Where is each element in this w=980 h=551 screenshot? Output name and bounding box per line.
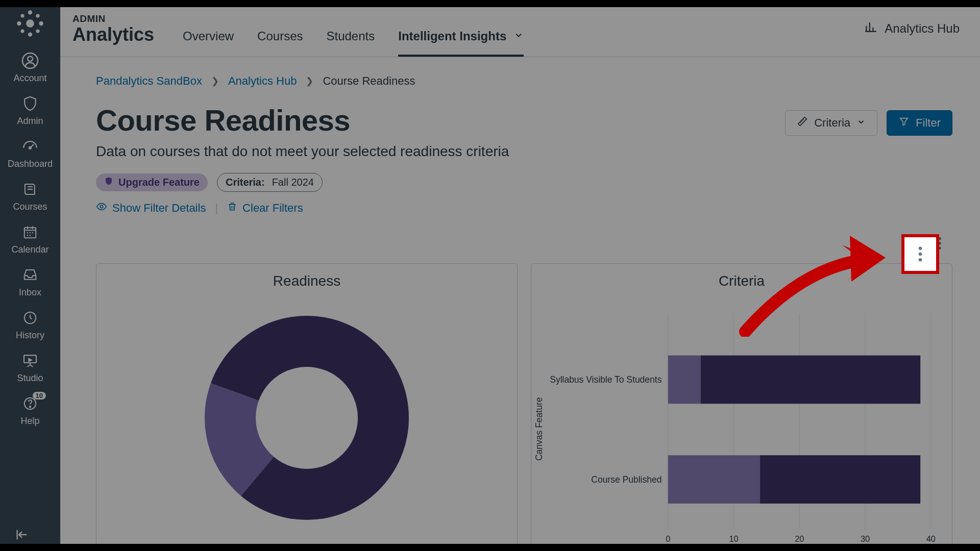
- ruler-icon: [797, 116, 808, 130]
- nav-dashboard[interactable]: Dashboard: [0, 138, 60, 168]
- svg-text:20: 20: [795, 534, 804, 543]
- nav-calendar[interactable]: Calendar: [0, 223, 60, 254]
- main-region: ADMIN Analytics Overview Courses Student…: [60, 0, 980, 551]
- svg-point-7: [20, 29, 24, 33]
- svg-text:40: 40: [926, 534, 936, 543]
- svg-text:10: 10: [729, 534, 738, 543]
- readiness-chart-card: Readiness: [96, 263, 518, 551]
- more-options-button[interactable]: [929, 233, 950, 254]
- global-nav: Account Admin Dashboard Courses Calendar: [0, 0, 60, 551]
- svg-rect-27: [701, 356, 921, 404]
- svg-text:0: 0: [666, 534, 670, 543]
- criteria-chart-title: Criteria: [719, 273, 765, 292]
- nav-dashboard-label: Dashboard: [8, 159, 53, 168]
- svg-point-1: [28, 10, 32, 14]
- svg-point-0: [26, 19, 34, 28]
- nav-history[interactable]: History: [0, 309, 60, 340]
- svg-point-5: [20, 14, 24, 17]
- svg-text:Syllabus Visible To Students: Syllabus Visible To Students: [550, 374, 662, 385]
- trash-icon: [227, 202, 237, 215]
- svg-text:Course Published: Course Published: [591, 474, 662, 485]
- criteria-bar-chart: Canvas Feature Syllabus Visible To: [531, 292, 952, 551]
- crumb-sandbox[interactable]: Pandalytics SandBox: [96, 74, 202, 88]
- svg-point-18: [938, 237, 941, 240]
- nav-inbox-label: Inbox: [19, 288, 41, 297]
- letterbox: [0, 0, 980, 7]
- eye-icon: [96, 201, 107, 215]
- chevron-down-icon: [856, 116, 866, 130]
- nav-history-label: History: [16, 331, 44, 340]
- svg-rect-30: [760, 455, 920, 504]
- calendar-icon: [22, 223, 38, 241]
- nav-inbox[interactable]: Inbox: [0, 266, 60, 297]
- analytics-hub-label: Analytics Hub: [885, 21, 960, 36]
- svg-point-4: [39, 21, 43, 26]
- svg-point-20: [938, 247, 941, 249]
- readiness-chart-title: Readiness: [273, 273, 340, 292]
- upgrade-chip-label: Upgrade Feature: [118, 177, 200, 188]
- shield-icon: [22, 95, 38, 112]
- show-filter-details-label: Show Filter Details: [112, 202, 206, 215]
- clear-filters-link[interactable]: Clear Filters: [227, 202, 303, 215]
- nav-calendar-label: Calendar: [11, 245, 48, 254]
- criteria-chip[interactable]: Criteria: Fall 2024: [217, 173, 323, 192]
- nav-help-label: Help: [20, 416, 39, 425]
- svg-point-8: [36, 29, 39, 33]
- gauge-icon: [21, 138, 39, 155]
- page-header: ADMIN Analytics Overview Courses Student…: [60, 0, 980, 57]
- criteria-chart-card: Criteria Canvas Feature: [531, 263, 952, 551]
- filter-icon: [898, 116, 910, 130]
- criteria-button[interactable]: Criteria: [785, 110, 877, 136]
- nav-help[interactable]: 10 Help: [0, 395, 60, 425]
- chevron-right-icon: ❯: [306, 76, 313, 87]
- clock-icon: [22, 309, 38, 327]
- header-tabs: Overview Courses Students Intelligent In…: [183, 0, 524, 57]
- nav-courses[interactable]: Courses: [0, 181, 60, 211]
- svg-point-17: [100, 205, 103, 208]
- upgrade-feature-chip[interactable]: Upgrade Feature: [96, 173, 208, 191]
- svg-point-3: [17, 21, 21, 26]
- divider: |: [215, 202, 218, 215]
- page-body: Pandalytics SandBox ❯ Analytics Hub ❯ Co…: [60, 57, 980, 551]
- chevron-down-icon: [513, 29, 524, 43]
- presentation-icon: [22, 352, 38, 369]
- nav-courses-label: Courses: [13, 202, 47, 211]
- letterbox: [0, 544, 980, 551]
- analytics-hub-link[interactable]: Analytics Hub: [864, 20, 960, 37]
- inbox-icon: [22, 266, 38, 284]
- svg-point-16: [30, 406, 31, 408]
- bar-chart-icon: [864, 20, 877, 37]
- help-badge: 10: [33, 392, 46, 399]
- nav-studio-label: Studio: [17, 373, 43, 383]
- nav-admin[interactable]: Admin: [0, 95, 60, 126]
- svg-point-11: [29, 147, 31, 149]
- canvas-logo-icon: [14, 7, 46, 40]
- chevron-right-icon: ❯: [211, 76, 219, 87]
- svg-text:30: 30: [861, 534, 870, 543]
- criteria-chip-value: Fall 2024: [272, 177, 314, 188]
- svg-point-2: [28, 32, 32, 36]
- refresh-button[interactable]: [896, 233, 918, 254]
- crumb-current: Course Readiness: [323, 74, 415, 88]
- show-filter-details-link[interactable]: Show Filter Details: [96, 201, 206, 215]
- nav-admin-label: Admin: [17, 116, 43, 126]
- nav-account[interactable]: Account: [0, 52, 60, 83]
- crumb-analytics-hub[interactable]: Analytics Hub: [228, 74, 297, 88]
- book-icon: [22, 181, 38, 198]
- filter-button[interactable]: Filter: [887, 110, 952, 136]
- clear-filters-label: Clear Filters: [242, 202, 303, 215]
- svg-point-6: [36, 14, 39, 17]
- filter-button-label: Filter: [916, 116, 941, 130]
- tab-students[interactable]: Students: [326, 29, 375, 57]
- collapse-nav-button[interactable]: [0, 528, 60, 542]
- svg-rect-26: [668, 356, 701, 404]
- tab-intelligent-insights[interactable]: Intelligent Insights: [398, 29, 524, 57]
- tab-courses[interactable]: Courses: [257, 29, 303, 57]
- breadcrumb: Pandalytics SandBox ❯ Analytics Hub ❯ Co…: [96, 74, 952, 88]
- tab-overview[interactable]: Overview: [183, 29, 234, 57]
- user-circle-icon: [21, 52, 39, 69]
- criteria-button-label: Criteria: [814, 116, 850, 130]
- nav-studio[interactable]: Studio: [0, 352, 60, 383]
- header-title: Analytics: [72, 26, 154, 44]
- readiness-donut-chart: [205, 316, 409, 520]
